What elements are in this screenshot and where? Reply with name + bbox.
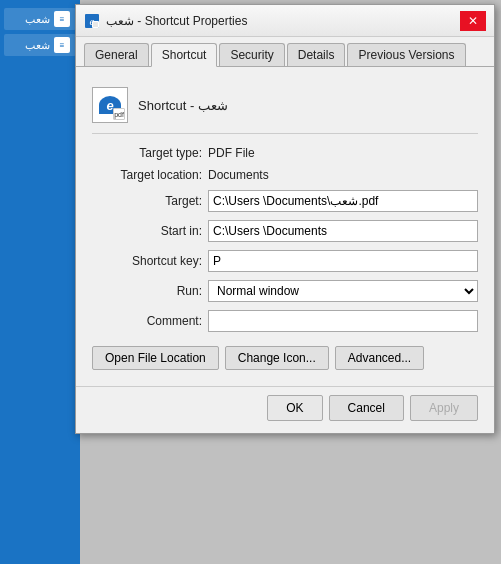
comment-input[interactable]	[208, 310, 478, 332]
shortcut-properties-dialog: e شعب - Shortcut Properties ✕ General Sh…	[75, 4, 495, 434]
run-row: Run: Normal window Minimized Maximized	[92, 280, 478, 302]
target-row: Target:	[92, 190, 478, 212]
target-type-value: PDF File	[208, 146, 255, 160]
shortcut-header: e pdf شعب - Shortcut	[92, 79, 478, 134]
svg-rect-3	[93, 22, 98, 27]
dialog-icon: e	[84, 13, 100, 29]
run-label: Run:	[92, 284, 202, 298]
shortcut-key-input[interactable]	[208, 250, 478, 272]
action-buttons: Open File Location Change Icon... Advanc…	[92, 346, 478, 370]
tabs-bar: General Shortcut Security Details Previo…	[76, 37, 494, 67]
target-location-label: Target location:	[92, 168, 202, 182]
tab-details[interactable]: Details	[287, 43, 346, 66]
dialog-footer: OK Cancel Apply	[76, 386, 494, 433]
dialog-content: e pdf شعب - Shortcut Target type: PDF Fi…	[76, 67, 494, 386]
start-in-row: Start in:	[92, 220, 478, 242]
target-type-row: Target type: PDF File	[92, 146, 478, 160]
shortcut-key-row: Shortcut key:	[92, 250, 478, 272]
shortcut-header-title: شعب - Shortcut	[138, 98, 228, 113]
open-file-location-button[interactable]: Open File Location	[92, 346, 219, 370]
change-icon-button[interactable]: Change Icon...	[225, 346, 329, 370]
tab-previous-versions[interactable]: Previous Versions	[347, 43, 465, 66]
taskbar-item-1[interactable]: ≡ شعب	[4, 8, 76, 30]
target-location-value: Documents	[208, 168, 269, 182]
tab-shortcut[interactable]: Shortcut	[151, 43, 218, 67]
advanced-button[interactable]: Advanced...	[335, 346, 424, 370]
taskbar: ≡ شعب ≡ شعب	[0, 0, 80, 564]
target-location-row: Target location: Documents	[92, 168, 478, 182]
close-button[interactable]: ✕	[460, 11, 486, 31]
taskbar-item-2[interactable]: ≡ شعب	[4, 34, 76, 56]
target-label: Target:	[92, 194, 202, 208]
shortcut-key-label: Shortcut key:	[92, 254, 202, 268]
dialog-title: شعب - Shortcut Properties	[106, 14, 454, 28]
comment-row: Comment:	[92, 310, 478, 332]
shortcut-file-icon: e pdf	[92, 87, 128, 123]
tab-security[interactable]: Security	[219, 43, 284, 66]
taskbar-icon-2: ≡	[54, 37, 70, 53]
comment-label: Comment:	[92, 314, 202, 328]
start-in-label: Start in:	[92, 224, 202, 238]
tab-general[interactable]: General	[84, 43, 149, 66]
pdf-overlay: pdf	[113, 108, 125, 120]
target-type-label: Target type:	[92, 146, 202, 160]
cancel-button[interactable]: Cancel	[329, 395, 404, 421]
apply-button[interactable]: Apply	[410, 395, 478, 421]
start-in-input[interactable]	[208, 220, 478, 242]
taskbar-icon-1: ≡	[54, 11, 70, 27]
taskbar-label-1: شعب	[25, 13, 50, 26]
taskbar-label-2: شعب	[25, 39, 50, 52]
title-bar: e شعب - Shortcut Properties ✕	[76, 5, 494, 37]
run-select[interactable]: Normal window Minimized Maximized	[208, 280, 478, 302]
ok-button[interactable]: OK	[267, 395, 322, 421]
target-input[interactable]	[208, 190, 478, 212]
